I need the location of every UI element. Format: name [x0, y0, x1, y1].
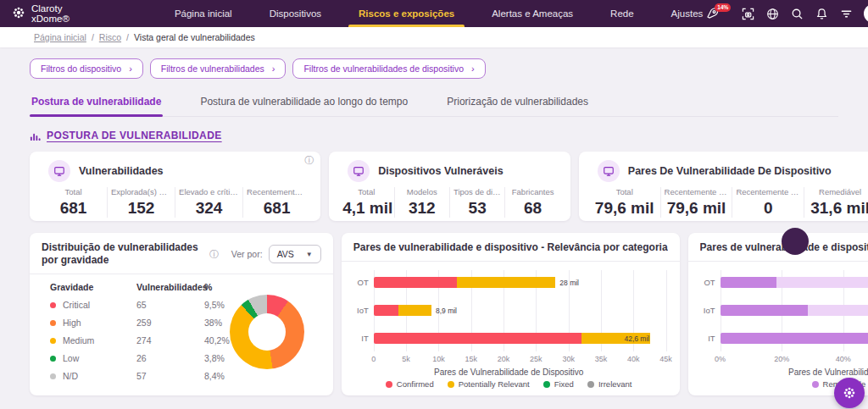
- bar-row-it: IT56,2% (24 mil / 42,6 mil): [721, 333, 868, 344]
- legend-item-potentially-relevant[interactable]: Potentially Relevant: [448, 379, 530, 389]
- y-axis-label: IoT: [352, 306, 369, 315]
- filter-icon[interactable]: [839, 7, 853, 20]
- bar-row-iot: IoT28,4% (2,5 mil / 8,9 mil): [721, 305, 868, 316]
- x-axis-ticks: 05k10k15k20k25k30k35k40k45k: [374, 355, 666, 366]
- breadcrumb-separator: /: [126, 32, 129, 42]
- stats-row: Total4,1 milModelos312Tipos de dispositi…: [339, 187, 560, 218]
- tab-priorizacao-de-vulnerabilidades[interactable]: Priorização de vulnerabilidades: [445, 92, 590, 116]
- bar-chart-icon: [30, 130, 41, 141]
- stat-value: 681: [43, 199, 103, 218]
- search-icon[interactable]: [790, 7, 804, 20]
- stat-value: 681: [247, 199, 307, 218]
- view-by-select[interactable]: AVS ▼: [269, 245, 321, 263]
- severity-count: 274: [136, 335, 204, 345]
- rocket-icon[interactable]: 14%: [706, 7, 720, 20]
- nav-item-rede[interactable]: Rede: [607, 0, 637, 27]
- chat-fab-button[interactable]: [834, 378, 865, 408]
- summary-cards-row: ⓘ Vulnerabilidades Total681Explorada(s) …: [30, 152, 838, 221]
- stat-column: Tipos de dispositi...53: [449, 187, 504, 218]
- legend-item-irrelevant[interactable]: Irrelevant: [587, 379, 632, 389]
- gridline: [666, 270, 667, 351]
- tick-label: 45k: [659, 355, 672, 363]
- breadcrumb-current: Vista geral de vulnerabilidades: [134, 32, 255, 42]
- nav-item-dispositivos[interactable]: Dispositivos: [266, 0, 325, 27]
- claroty-logo-icon: [12, 6, 25, 21]
- bar-segment-remediable[interactable]: [721, 277, 776, 288]
- stats-row: Total681Explorada(s) de fo...152Elevado …: [40, 187, 310, 218]
- stat-label: Total: [342, 187, 390, 196]
- filter-label: Filtros de vulnerabilidades: [161, 64, 264, 74]
- chart-cards-row: Distribuição de vulnerabilidades por gra…: [30, 233, 838, 395]
- claroty-avatar-button[interactable]: [864, 4, 868, 23]
- bar-segment-others[interactable]: [776, 277, 868, 288]
- y-axis-label: IT: [698, 334, 715, 343]
- tab-postura-ao-longo-do-tempo[interactable]: Postura de vulnerabilidade ao longo do t…: [198, 92, 409, 116]
- bar-value-label: 42,6 mil: [624, 334, 649, 343]
- stat-label: Total: [43, 187, 103, 196]
- severity-count: 57: [136, 371, 204, 381]
- pointer-overlay: [782, 228, 809, 255]
- severity-name: Medium: [50, 335, 136, 345]
- nav-item-riscos-e-exposicoes[interactable]: Riscos e exposições: [355, 0, 458, 27]
- breadcrumb-separator: /: [92, 32, 94, 42]
- main-nav: Página inicial Dispositivos Riscos e exp…: [171, 0, 706, 27]
- filters-row: Filtros do dispositivo› Filtros de vulne…: [30, 58, 838, 79]
- legend-dot: [448, 381, 454, 388]
- breadcrumb-link-risco[interactable]: Risco: [99, 32, 121, 42]
- info-icon[interactable]: ⓘ: [304, 156, 314, 165]
- severity-count: 26: [136, 353, 204, 363]
- donut-hole: [248, 313, 286, 351]
- stat-label: Remediável: [808, 187, 868, 196]
- nav-item-pagina-inicial[interactable]: Página inicial: [171, 0, 236, 27]
- stat-value: 4,1 mil: [342, 199, 390, 218]
- info-icon[interactable]: ⓘ: [209, 248, 219, 261]
- stat-label: Explorada(s) de fo...: [111, 187, 171, 196]
- bell-icon[interactable]: [815, 7, 828, 20]
- globe-icon[interactable]: [765, 7, 779, 20]
- vulnerabilities-card: ⓘ Vulnerabilidades Total681Explorada(s) …: [30, 152, 320, 221]
- bar-segment-remediable[interactable]: [721, 305, 808, 316]
- severity-pct: 40,2%: [204, 335, 230, 345]
- severity-row: Medium27440,2%: [50, 332, 230, 350]
- stat-label: Recentemente ad...: [247, 187, 307, 196]
- severity-name: Critical: [50, 300, 136, 310]
- bar-segment-potentially-relevant[interactable]: [457, 277, 555, 288]
- relevance-by-category-card: Pares de vulnerabilidade e dispositivo -…: [342, 233, 680, 395]
- severity-row: Low263,8%: [50, 350, 230, 368]
- x-axis-ticks: 0%20%40%60%80%100%: [721, 355, 868, 366]
- device-vulnerability-filters-button[interactable]: Filtros de vulnerabilidades de dispositi…: [292, 58, 485, 79]
- bar-segment-confirmed[interactable]: [374, 305, 398, 316]
- tab-postura-de-vulnerabilidade[interactable]: Postura de vulnerabilidade: [30, 92, 163, 116]
- stat-value: 312: [398, 199, 446, 218]
- device-filters-button[interactable]: Filtros do dispositivo›: [30, 58, 143, 79]
- legend-item-fixed[interactable]: Fixed: [543, 379, 574, 389]
- breadcrumb-link-pagina-inicial[interactable]: Página inicial: [34, 32, 86, 42]
- view-by-label: Ver por:: [231, 249, 263, 259]
- vulnerability-filters-button[interactable]: Filtros de vulnerabilidades›: [150, 58, 287, 79]
- bar-segment-confirmed[interactable]: [374, 333, 581, 344]
- legend-item-confirmed[interactable]: Confirmed: [386, 379, 434, 389]
- bar-segment-potentially-relevant[interactable]: [398, 305, 431, 316]
- bar-segment-others[interactable]: [808, 305, 868, 316]
- nav-item-ajustes[interactable]: Ajustes: [668, 0, 707, 27]
- scan-icon[interactable]: [741, 7, 754, 20]
- tick-label: 40k: [627, 355, 640, 363]
- bar-row-ot: OT18,3% (5,1 mil / 28 mil): [721, 277, 868, 288]
- bar-segment-remediable[interactable]: [721, 333, 868, 344]
- bar-segment-confirmed[interactable]: [374, 277, 457, 288]
- plot-area: OT18,3% (5,1 mil / 28 mil)IoT28,4% (2,5 …: [721, 270, 868, 351]
- chevron-right-icon: ›: [129, 64, 132, 74]
- bar-row-ot: OT28 mil: [374, 277, 666, 288]
- stat-value: 152: [111, 199, 171, 218]
- stat-column: Total4,1 mil: [339, 187, 393, 218]
- nav-item-alertas-e-ameacas[interactable]: Alertas e Ameaças: [488, 0, 576, 27]
- filter-label: Filtros de vulnerabilidades de dispositi…: [303, 64, 464, 74]
- severity-donut-chart[interactable]: [230, 295, 304, 369]
- brand-logo[interactable]: Claroty xDome®: [12, 3, 70, 24]
- stat-column: Total681: [40, 187, 107, 218]
- legend-dot: [386, 381, 392, 388]
- chart-title: Pares de vulnerabilidade e dispositivo -…: [353, 241, 668, 254]
- y-axis-label: IT: [352, 334, 369, 343]
- legend-label: Fixed: [554, 379, 574, 389]
- stat-label: Total: [593, 187, 657, 196]
